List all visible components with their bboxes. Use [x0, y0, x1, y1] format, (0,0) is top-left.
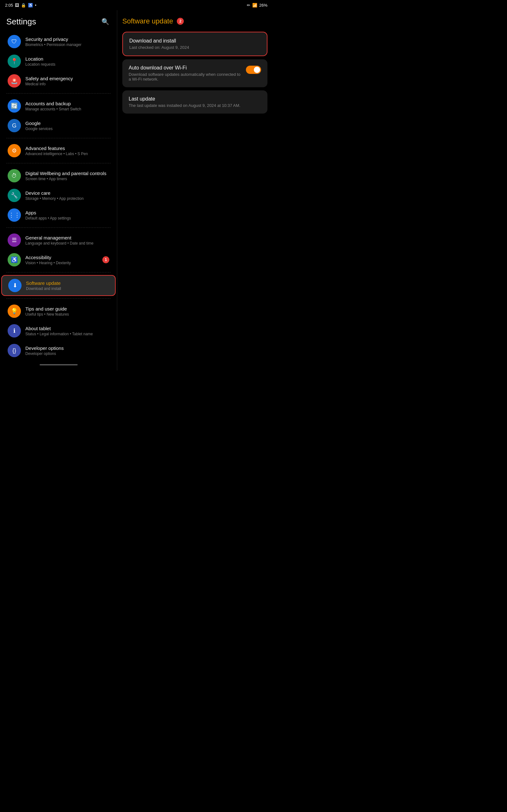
sidebar-item-location[interactable]: 📍LocationLocation requests: [1, 51, 116, 71]
security-subtitle: Biometrics • Permission manager: [25, 43, 109, 47]
settings-list: 🛡Security and privacyBiometrics • Permis…: [0, 32, 117, 360]
sidebar-item-softwareupdate[interactable]: ⬇Software updateDownload and install: [1, 275, 116, 296]
autodownload-title: Auto download over Wi-Fi: [129, 65, 242, 71]
right-panel-title: Software update: [122, 17, 173, 26]
google-icon: G: [8, 119, 21, 132]
lock-icon: 🔒: [21, 3, 26, 8]
card-lastupdate[interactable]: Last updateThe last update was installed…: [122, 90, 268, 113]
divider-after-google: [6, 138, 111, 138]
security-icon: 🛡: [8, 35, 21, 48]
devicecare-icon: 🔧: [8, 189, 21, 202]
tips-subtitle: Useful tips • New features: [25, 312, 109, 316]
photo-icon: 🖼: [15, 3, 19, 8]
google-title: Google: [25, 120, 109, 126]
accounts-subtitle: Manage accounts • Smart Switch: [25, 107, 109, 111]
divider-after-advanced: [6, 163, 111, 163]
sidebar-item-general[interactable]: ☰General managementLanguage and keyboard…: [1, 230, 116, 250]
about-subtitle: Status • Legal information • Tablet name: [25, 332, 109, 336]
accessibility-badge: 1: [102, 256, 109, 263]
signal-icon: ✏: [247, 3, 250, 8]
divider-after-apps: [6, 227, 111, 228]
softwareupdate-icon: ⬇: [8, 279, 21, 292]
tips-icon: 💡: [8, 305, 21, 318]
bottom-indicator: [40, 364, 78, 365]
panel-header: Settings 🔍: [0, 13, 117, 32]
security-title: Security and privacy: [25, 37, 109, 42]
accessibility-title: Accessibility: [25, 255, 102, 260]
autodownload-toggle[interactable]: [246, 66, 261, 74]
card-download[interactable]: Download and installLast checked on: Aug…: [122, 32, 268, 56]
sidebar-item-google[interactable]: GGoogleGoogle services: [1, 116, 116, 136]
apps-icon: ⋮⋮: [8, 208, 21, 222]
sidebar-item-accounts[interactable]: 🔄Accounts and backupManage accounts • Sm…: [1, 96, 116, 116]
apps-title: Apps: [25, 210, 109, 215]
divider-after-accessibility: [6, 272, 111, 272]
sidebar-item-advanced[interactable]: ⚙Advanced featuresAdvanced intelligence …: [1, 141, 116, 160]
wellbeing-subtitle: Screen time • App timers: [25, 177, 109, 181]
sidebar-item-about[interactable]: ℹAbout tabletStatus • Legal information …: [1, 321, 116, 341]
card-autodownload[interactable]: Auto download over Wi-FiDownload softwar…: [122, 59, 268, 87]
developer-subtitle: Developer options: [25, 351, 109, 356]
developer-icon: {}: [8, 344, 21, 357]
softwareupdate-title: Software update: [26, 281, 109, 286]
advanced-icon: ⚙: [8, 144, 21, 157]
bottom-bar: [0, 360, 117, 367]
download-subtitle: Last checked on: August 9, 2024: [129, 45, 261, 50]
safety-subtitle: Medical info: [25, 82, 109, 86]
right-header: Software update 2: [122, 13, 268, 32]
devicecare-subtitle: Storage • Memory • App protection: [25, 196, 109, 201]
sidebar-item-safety[interactable]: 🚨Safety and emergencyMedical info: [1, 71, 116, 91]
lastupdate-title: Last update: [129, 96, 261, 102]
general-subtitle: Language and keyboard • Date and time: [25, 241, 109, 246]
devicecare-title: Device care: [25, 190, 109, 196]
advanced-subtitle: Advanced intelligence • Labs • S Pen: [25, 152, 109, 156]
dot-icon: •: [35, 3, 37, 8]
panel-title: Settings: [6, 17, 36, 27]
location-subtitle: Location requests: [25, 62, 109, 67]
wellbeing-title: Digital Wellbeing and parental controls: [25, 171, 109, 176]
battery-display: 26%: [259, 3, 268, 8]
main-layout: Settings 🔍 🛡Security and privacyBiometri…: [0, 10, 273, 370]
wifi-icon: 📶: [252, 3, 257, 8]
cards-list: Download and installLast checked on: Aug…: [122, 32, 268, 113]
right-panel: Software update 2 Download and installLa…: [117, 10, 273, 370]
location-icon: 📍: [8, 55, 21, 68]
general-title: General management: [25, 235, 109, 241]
status-bar: 2:05 🖼 🔒 ♿ • ✏ 📶 26%: [0, 0, 273, 10]
sidebar-item-developer[interactable]: {}Developer optionsDeveloper options: [1, 341, 116, 360]
google-subtitle: Google services: [25, 126, 109, 131]
tips-title: Tips and user guide: [25, 306, 109, 311]
sidebar-item-tips[interactable]: 💡Tips and user guideUseful tips • New fe…: [1, 301, 116, 321]
sidebar-item-wellbeing[interactable]: ⏱Digital Wellbeing and parental controls…: [1, 166, 116, 186]
location-title: Location: [25, 56, 109, 61]
status-right: ✏ 📶 26%: [247, 3, 268, 8]
software-update-badge: 2: [177, 18, 184, 25]
developer-title: Developer options: [25, 345, 109, 351]
softwareupdate-subtitle: Download and install: [26, 287, 109, 291]
safety-icon: 🚨: [8, 74, 21, 88]
download-title: Download and install: [129, 38, 261, 44]
general-icon: ☰: [8, 234, 21, 247]
status-left: 2:05 🖼 🔒 ♿ •: [5, 3, 37, 8]
accessibility-icon: ♿: [8, 253, 21, 266]
about-icon: ℹ: [8, 324, 21, 338]
accessibility-icon: ♿: [28, 3, 33, 8]
sidebar-item-apps[interactable]: ⋮⋮AppsDefault apps • App settings: [1, 205, 116, 225]
apps-subtitle: Default apps • App settings: [25, 216, 109, 220]
accounts-title: Accounts and backup: [25, 101, 109, 106]
accounts-icon: 🔄: [8, 99, 21, 113]
sidebar-item-security[interactable]: 🛡Security and privacyBiometrics • Permis…: [1, 32, 116, 51]
divider-after-safety: [6, 93, 111, 94]
sidebar-item-accessibility[interactable]: ♿AccessibilityVision • Hearing • Dexteri…: [1, 250, 116, 270]
lastupdate-subtitle: The last update was installed on August …: [129, 103, 261, 108]
accessibility-subtitle: Vision • Hearing • Dexterity: [25, 261, 102, 265]
left-panel: Settings 🔍 🛡Security and privacyBiometri…: [0, 10, 117, 370]
time-display: 2:05: [5, 3, 13, 8]
search-button[interactable]: 🔍: [100, 16, 111, 27]
autodownload-subtitle: Download software updates automatically …: [129, 72, 242, 82]
sidebar-item-devicecare[interactable]: 🔧Device careStorage • Memory • App prote…: [1, 186, 116, 205]
wellbeing-icon: ⏱: [8, 169, 21, 183]
advanced-title: Advanced features: [25, 146, 109, 151]
about-title: About tablet: [25, 326, 109, 331]
safety-title: Safety and emergency: [25, 76, 109, 81]
